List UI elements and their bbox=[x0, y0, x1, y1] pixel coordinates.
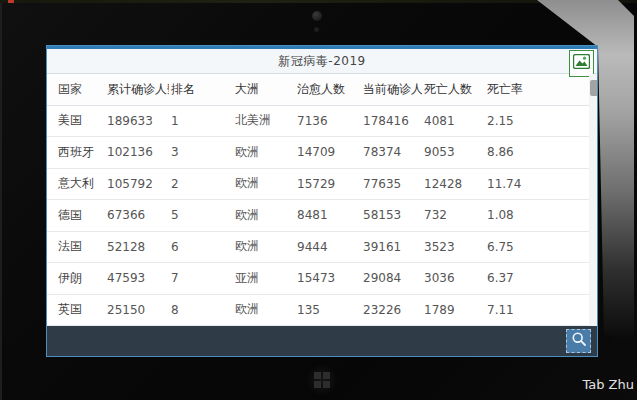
table-cell: 77635 bbox=[361, 168, 422, 200]
table-row[interactable]: 意大利1057922欧洲15729776351242811.74 bbox=[47, 168, 589, 200]
table-cell: 7 bbox=[169, 263, 233, 295]
column-header: 当前确诊人数 bbox=[361, 74, 422, 105]
column-header: 排名 bbox=[169, 74, 233, 105]
table-cell: 9053 bbox=[422, 137, 485, 169]
table-cell: 15473 bbox=[295, 263, 361, 295]
table-row[interactable]: 法国521286欧洲94443916135236.75 bbox=[47, 231, 589, 263]
column-header: 死亡率 bbox=[485, 74, 589, 105]
table-cell: 39161 bbox=[361, 231, 422, 263]
window-title: 新冠病毒-2019 bbox=[278, 53, 365, 70]
table-row[interactable]: 伊朗475937亚洲154732908430366.37 bbox=[47, 263, 589, 295]
table-cell: 178416 bbox=[361, 105, 422, 137]
table-cell: 2.15 bbox=[485, 105, 589, 137]
column-header: 死亡人数 bbox=[422, 74, 485, 105]
table-row[interactable]: 英国251508欧洲1352322617897.11 bbox=[47, 294, 589, 326]
table-cell: 5 bbox=[169, 200, 233, 232]
covid-data-table: 国家累计确诊人数排名大洲治愈人数当前确诊人数死亡人数死亡率 美国1896331北… bbox=[47, 74, 589, 326]
table-cell: 67366 bbox=[105, 200, 169, 232]
table-cell: 47593 bbox=[105, 263, 169, 295]
table-cell: 8481 bbox=[295, 200, 361, 232]
scrollbar-thumb[interactable] bbox=[590, 80, 597, 96]
table-cell: 欧洲 bbox=[233, 231, 295, 263]
table-cell: 732 bbox=[422, 200, 485, 232]
table-container: 国家累计确诊人数排名大洲治愈人数当前确诊人数死亡人数死亡率 美国1896331北… bbox=[47, 74, 597, 326]
table-cell: 1.08 bbox=[485, 200, 589, 232]
table-cell: 2 bbox=[169, 168, 233, 200]
table-cell: 欧洲 bbox=[233, 168, 295, 200]
table-cell: 6 bbox=[169, 231, 233, 263]
table-cell: 6.75 bbox=[485, 231, 589, 263]
table-row[interactable]: 德国673665欧洲8481581537321.08 bbox=[47, 200, 589, 232]
table-cell: 3036 bbox=[422, 263, 485, 295]
column-header: 国家 bbox=[47, 74, 105, 105]
table-cell: 23226 bbox=[361, 294, 422, 326]
table-cell: 亚洲 bbox=[233, 263, 295, 295]
search-button[interactable] bbox=[566, 329, 591, 353]
table-cell: 9444 bbox=[295, 231, 361, 263]
table-cell: 7136 bbox=[295, 105, 361, 137]
column-header: 累计确诊人数 bbox=[105, 74, 169, 105]
table-row[interactable]: 西班牙1021363欧洲147097837490538.86 bbox=[47, 137, 589, 169]
table-cell: 7.11 bbox=[485, 294, 589, 326]
table-cell: 美国 bbox=[47, 105, 105, 137]
table-cell: 德国 bbox=[47, 200, 105, 232]
table-cell: 58153 bbox=[361, 200, 422, 232]
table-cell: 14709 bbox=[295, 137, 361, 169]
table-cell: 欧洲 bbox=[233, 294, 295, 326]
table-cell: 102136 bbox=[105, 137, 169, 169]
table-cell: 189633 bbox=[105, 105, 169, 137]
table-cell: 12428 bbox=[422, 168, 485, 200]
table-cell: 1789 bbox=[422, 294, 485, 326]
table-cell: 52128 bbox=[105, 231, 169, 263]
image-export-icon bbox=[573, 54, 590, 73]
column-header: 大洲 bbox=[233, 74, 295, 105]
table-cell: 4081 bbox=[422, 105, 485, 137]
table-cell: 135 bbox=[295, 294, 361, 326]
table-cell: 北美洲 bbox=[233, 105, 295, 137]
table-cell: 1 bbox=[169, 105, 233, 137]
sensor-dot bbox=[314, 27, 319, 32]
table-cell: 欧洲 bbox=[233, 137, 295, 169]
export-image-button[interactable] bbox=[569, 50, 594, 77]
windows-logo-icon bbox=[314, 372, 330, 388]
table-cell: 西班牙 bbox=[47, 137, 105, 169]
table-cell: 伊朗 bbox=[47, 263, 105, 295]
window-bottombar bbox=[47, 326, 597, 356]
table-cell: 11.74 bbox=[485, 168, 589, 200]
table-cell: 8 bbox=[169, 294, 233, 326]
table-cell: 25150 bbox=[105, 294, 169, 326]
recording-indicator bbox=[8, 0, 14, 3]
table-cell: 3 bbox=[169, 137, 233, 169]
table-cell: 15729 bbox=[295, 168, 361, 200]
windows-home-button[interactable] bbox=[306, 364, 338, 396]
column-header: 治愈人数 bbox=[295, 74, 361, 105]
table-cell: 78374 bbox=[361, 137, 422, 169]
table-cell: 英国 bbox=[47, 294, 105, 326]
table-cell: 105792 bbox=[105, 168, 169, 200]
table-cell: 3523 bbox=[422, 231, 485, 263]
vertical-scrollbar[interactable] bbox=[589, 74, 597, 326]
table-cell: 6.37 bbox=[485, 263, 589, 295]
table-cell: 29084 bbox=[361, 263, 422, 295]
table-cell: 法国 bbox=[47, 231, 105, 263]
camera-icon bbox=[312, 11, 322, 21]
table-row[interactable]: 美国1896331北美洲713617841640812.15 bbox=[47, 105, 589, 137]
table-header-row: 国家累计确诊人数排名大洲治愈人数当前确诊人数死亡人数死亡率 bbox=[47, 74, 589, 105]
table-cell: 欧洲 bbox=[233, 200, 295, 232]
search-icon bbox=[571, 331, 587, 351]
app-window: 新冠病毒-2019 国家累计确诊人数排名大洲治愈人数当前确诊人数死亡人数死亡率 … bbox=[46, 45, 598, 357]
table-cell: 意大利 bbox=[47, 168, 105, 200]
window-titlebar: 新冠病毒-2019 bbox=[47, 46, 597, 74]
table-cell: 8.86 bbox=[485, 137, 589, 169]
device-label: Tab Zhu bbox=[582, 377, 634, 392]
